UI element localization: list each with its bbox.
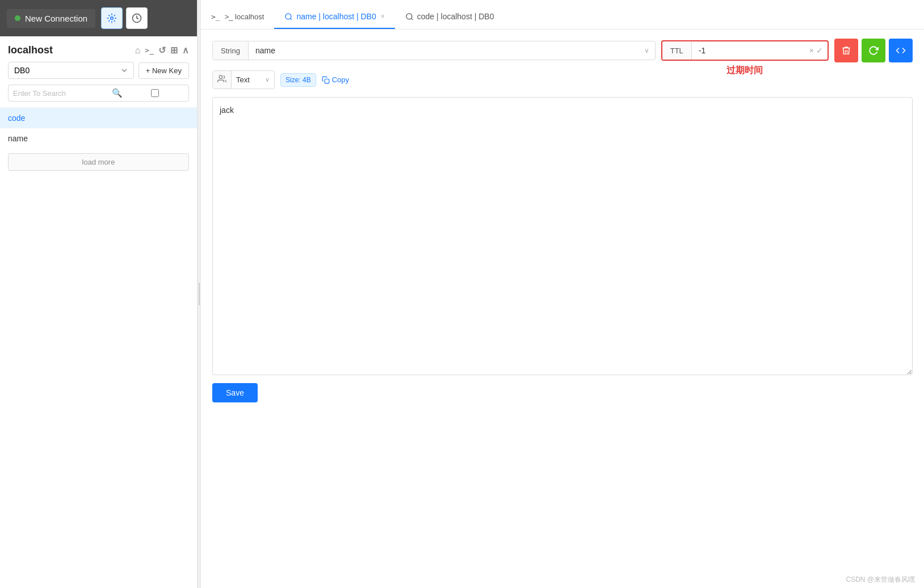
header-icon-group bbox=[101, 7, 148, 29]
tab-code[interactable]: code | localhost | DB0 bbox=[395, 6, 505, 29]
tab-name-icon bbox=[284, 12, 293, 21]
ttl-clear-icon[interactable]: × bbox=[809, 46, 814, 55]
ttl-confirm-icon[interactable]: ✓ bbox=[816, 46, 823, 55]
key-item-name[interactable]: name bbox=[0, 128, 197, 149]
key-type-badge: String bbox=[213, 42, 249, 60]
editor-content: String ∨ TTL × ✓ 过期时间 bbox=[201, 30, 924, 572]
tabs-bar: >_ >_ localhost name | localhost | DB0 ×… bbox=[201, 0, 924, 30]
new-connection-button[interactable]: New Connection bbox=[7, 9, 95, 28]
search-checkbox[interactable] bbox=[126, 89, 184, 97]
copy-icon bbox=[322, 76, 330, 84]
format-select-wrap: Text JSON Hex ∨ bbox=[212, 70, 275, 89]
terminal-icon[interactable]: >_ bbox=[145, 46, 154, 54]
server-action-icons: ⌂ >_ ↺ ⊞ ∧ bbox=[135, 45, 189, 56]
key-row: String ∨ TTL × ✓ 过期时间 bbox=[212, 39, 913, 62]
db-selector-row: DB0 DB1 DB2 DB3 + New Key bbox=[8, 62, 189, 79]
db-select[interactable]: DB0 DB1 DB2 DB3 bbox=[8, 62, 134, 79]
copy-label: Copy bbox=[332, 75, 349, 84]
svg-point-6 bbox=[219, 75, 222, 78]
search-row: 🔍 bbox=[8, 85, 189, 102]
tab-name-label: name | localhost | DB0 bbox=[296, 12, 376, 21]
home-icon[interactable]: ⌂ bbox=[135, 45, 141, 56]
size-badge: Size: 4B bbox=[280, 73, 316, 87]
ttl-input[interactable] bbox=[692, 41, 805, 60]
delete-button[interactable] bbox=[834, 39, 858, 62]
svg-point-2 bbox=[285, 13, 291, 19]
save-row: Save bbox=[212, 383, 913, 402]
svg-point-4 bbox=[406, 13, 412, 19]
refresh-button[interactable] bbox=[862, 39, 885, 62]
sidebar: New Connection localhost ⌂ >_ ↺ ⊞ ∧ DB0 bbox=[0, 0, 198, 588]
ttl-label: TTL bbox=[662, 42, 692, 60]
save-button[interactable]: Save bbox=[212, 383, 258, 402]
tab-code-label: code | localhost | DB0 bbox=[417, 12, 494, 21]
key-type-name-group: String ∨ bbox=[212, 41, 656, 60]
key-name-input[interactable] bbox=[249, 41, 639, 60]
load-more-button[interactable]: load more bbox=[8, 153, 189, 171]
tab-name-close[interactable]: × bbox=[381, 12, 385, 20]
format-select[interactable]: Text JSON Hex bbox=[232, 72, 261, 87]
search-input[interactable] bbox=[13, 89, 108, 98]
new-key-button[interactable]: + New Key bbox=[138, 62, 189, 79]
key-list: code name load more bbox=[0, 108, 197, 588]
code-button[interactable] bbox=[889, 39, 913, 62]
refresh-icon[interactable]: ↺ bbox=[158, 45, 166, 56]
svg-rect-7 bbox=[325, 79, 329, 83]
connection-status-dot bbox=[15, 15, 20, 21]
new-connection-label: New Connection bbox=[25, 14, 87, 23]
ttl-actions: × ✓ bbox=[805, 46, 828, 55]
copy-button[interactable]: Copy bbox=[322, 75, 349, 84]
clock-icon-btn[interactable] bbox=[126, 7, 148, 29]
grid-icon[interactable]: ⊞ bbox=[170, 45, 178, 56]
key-item-name-label: name bbox=[8, 134, 28, 143]
connection-list-icon-btn[interactable] bbox=[101, 7, 123, 29]
tab-name[interactable]: name | localhost | DB0 × bbox=[274, 6, 394, 29]
ttl-box: TTL × ✓ 过期时间 bbox=[661, 40, 829, 61]
server-name-row: localhost ⌂ >_ ↺ ⊞ ∧ bbox=[8, 44, 189, 56]
value-textarea[interactable]: jack bbox=[212, 97, 913, 375]
value-format-row: Text JSON Hex ∨ Size: 4B Copy bbox=[212, 70, 913, 89]
format-people-icon bbox=[213, 71, 232, 89]
server-name-text: localhost bbox=[8, 44, 53, 56]
svg-point-0 bbox=[111, 17, 114, 20]
main-content: >_ >_ localhost name | localhost | DB0 ×… bbox=[201, 0, 924, 588]
format-chevron-icon: ∨ bbox=[261, 73, 274, 87]
server-section: localhost ⌂ >_ ↺ ⊞ ∧ DB0 DB1 DB2 DB3 + N… bbox=[0, 36, 197, 108]
ttl-annotation: 过期时间 bbox=[726, 65, 763, 77]
key-item-code-label: code bbox=[8, 114, 25, 123]
svg-line-3 bbox=[291, 18, 292, 20]
search-icon: 🔍 bbox=[112, 88, 123, 98]
svg-line-5 bbox=[411, 18, 413, 20]
sidebar-header: New Connection bbox=[0, 0, 197, 36]
tab-code-icon bbox=[405, 12, 414, 21]
tab-localhost-label: >_ localhost bbox=[225, 12, 264, 21]
key-item-code[interactable]: code bbox=[0, 108, 197, 128]
footer-watermark: CSDN @来世做春风嘿 bbox=[201, 572, 924, 588]
collapse-icon[interactable]: ∧ bbox=[182, 45, 189, 56]
action-buttons bbox=[834, 39, 913, 62]
tab-localhost[interactable]: >_ >_ localhost bbox=[201, 7, 274, 29]
tab-localhost-icon: >_ bbox=[211, 12, 220, 21]
key-name-chevron-icon: ∨ bbox=[639, 42, 655, 59]
